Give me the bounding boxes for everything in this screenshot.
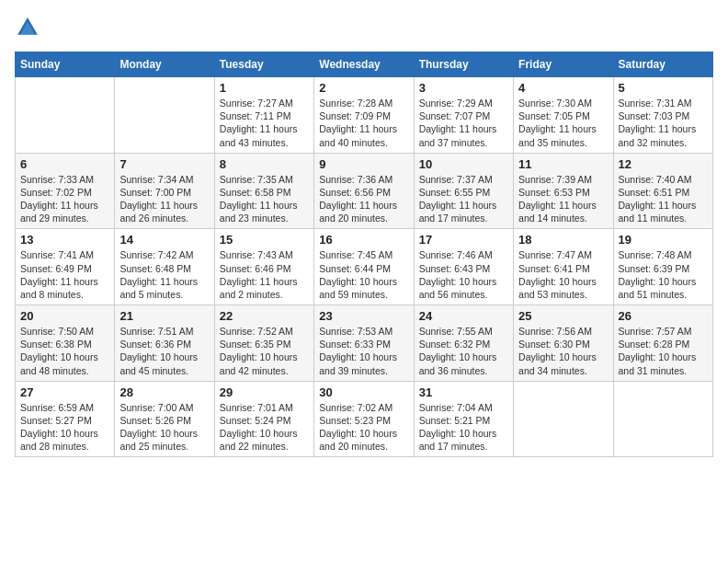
- day-number: 13: [20, 233, 109, 247]
- day-number: 27: [20, 385, 109, 399]
- day-number: 26: [619, 309, 708, 323]
- calendar-cell: 26Sunrise: 7:57 AMSunset: 6:28 PMDayligh…: [613, 305, 712, 382]
- day-info: Sunrise: 7:57 AMSunset: 6:28 PMDaylight:…: [619, 325, 708, 377]
- week-row-4: 20Sunrise: 7:50 AMSunset: 6:38 PMDayligh…: [16, 305, 713, 382]
- day-info: Sunrise: 6:59 AMSunset: 5:27 PMDaylight:…: [20, 401, 109, 454]
- day-number: 2: [319, 81, 408, 95]
- day-number: 21: [119, 309, 209, 323]
- calendar-cell: 5Sunrise: 7:31 AMSunset: 7:03 PMDaylight…: [613, 77, 712, 154]
- calendar-cell: 10Sunrise: 7:37 AMSunset: 6:55 PMDayligh…: [414, 153, 513, 229]
- calendar-cell: [115, 77, 214, 154]
- day-number: 3: [419, 81, 508, 95]
- day-number: 16: [319, 233, 408, 247]
- day-info: Sunrise: 7:46 AMSunset: 6:43 PMDaylight:…: [419, 248, 508, 301]
- calendar-cell: 7Sunrise: 7:34 AMSunset: 7:00 PMDaylight…: [115, 153, 214, 229]
- calendar-cell: 27Sunrise: 6:59 AMSunset: 5:27 PMDayligh…: [16, 381, 115, 457]
- day-number: 18: [518, 233, 608, 247]
- day-number: 29: [220, 385, 309, 399]
- day-number: 24: [419, 309, 508, 323]
- calendar-header-row: SundayMondayTuesdayWednesdayThursdayFrid…: [16, 52, 713, 77]
- day-info: Sunrise: 7:42 AMSunset: 6:48 PMDaylight:…: [119, 248, 209, 301]
- col-header-monday: Monday: [115, 52, 214, 77]
- day-number: 5: [619, 81, 708, 95]
- week-row-2: 6Sunrise: 7:33 AMSunset: 7:02 PMDaylight…: [16, 153, 713, 229]
- col-header-sunday: Sunday: [16, 52, 115, 77]
- page-header: [15, 15, 713, 40]
- col-header-wednesday: Wednesday: [314, 52, 414, 77]
- day-number: 31: [419, 385, 508, 399]
- calendar-cell: 1Sunrise: 7:27 AMSunset: 7:11 PMDaylight…: [214, 77, 313, 154]
- calendar-cell: 23Sunrise: 7:53 AMSunset: 6:33 PMDayligh…: [314, 305, 414, 382]
- day-info: Sunrise: 7:34 AMSunset: 7:00 PMDaylight:…: [119, 173, 209, 225]
- day-info: Sunrise: 7:28 AMSunset: 7:09 PMDaylight:…: [319, 97, 408, 149]
- day-info: Sunrise: 7:55 AMSunset: 6:32 PMDaylight:…: [419, 325, 508, 377]
- calendar-cell: 6Sunrise: 7:33 AMSunset: 7:02 PMDaylight…: [16, 153, 115, 229]
- day-info: Sunrise: 7:36 AMSunset: 6:56 PMDaylight:…: [319, 173, 408, 225]
- day-number: 15: [220, 233, 309, 247]
- day-number: 20: [20, 309, 109, 323]
- calendar-table: SundayMondayTuesdayWednesdayThursdayFrid…: [15, 52, 713, 457]
- day-info: Sunrise: 7:51 AMSunset: 6:36 PMDaylight:…: [119, 325, 209, 377]
- day-info: Sunrise: 7:31 AMSunset: 7:03 PMDaylight:…: [619, 97, 708, 149]
- day-number: 19: [619, 233, 708, 247]
- day-info: Sunrise: 7:30 AMSunset: 7:05 PMDaylight:…: [518, 97, 608, 149]
- logo-icon: [15, 15, 40, 40]
- col-header-saturday: Saturday: [613, 52, 712, 77]
- week-row-1: 1Sunrise: 7:27 AMSunset: 7:11 PMDaylight…: [16, 77, 713, 154]
- day-number: 10: [419, 157, 508, 171]
- calendar-cell: 22Sunrise: 7:52 AMSunset: 6:35 PMDayligh…: [214, 305, 313, 382]
- day-number: 30: [319, 385, 408, 399]
- calendar-cell: 31Sunrise: 7:04 AMSunset: 5:21 PMDayligh…: [414, 381, 513, 457]
- calendar-cell: 9Sunrise: 7:36 AMSunset: 6:56 PMDaylight…: [314, 153, 414, 229]
- logo: [15, 15, 44, 40]
- calendar-cell: 13Sunrise: 7:41 AMSunset: 6:49 PMDayligh…: [16, 229, 115, 305]
- calendar-cell: [16, 77, 115, 154]
- day-number: 8: [220, 157, 309, 171]
- day-info: Sunrise: 7:01 AMSunset: 5:24 PMDaylight:…: [220, 401, 309, 454]
- day-number: 14: [119, 233, 209, 247]
- day-number: 11: [518, 157, 608, 171]
- day-number: 4: [518, 81, 608, 95]
- calendar-cell: 12Sunrise: 7:40 AMSunset: 6:51 PMDayligh…: [613, 153, 712, 229]
- day-number: 7: [119, 157, 209, 171]
- calendar-cell: 18Sunrise: 7:47 AMSunset: 6:41 PMDayligh…: [514, 229, 613, 305]
- calendar-cell: 3Sunrise: 7:29 AMSunset: 7:07 PMDaylight…: [414, 77, 513, 154]
- calendar-cell: 17Sunrise: 7:46 AMSunset: 6:43 PMDayligh…: [414, 229, 513, 305]
- day-info: Sunrise: 7:53 AMSunset: 6:33 PMDaylight:…: [319, 325, 408, 377]
- calendar-cell: 14Sunrise: 7:42 AMSunset: 6:48 PMDayligh…: [115, 229, 214, 305]
- calendar-cell: 15Sunrise: 7:43 AMSunset: 6:46 PMDayligh…: [214, 229, 313, 305]
- col-header-friday: Friday: [514, 52, 613, 77]
- calendar-cell: 19Sunrise: 7:48 AMSunset: 6:39 PMDayligh…: [613, 229, 712, 305]
- day-info: Sunrise: 7:04 AMSunset: 5:21 PMDaylight:…: [419, 401, 508, 454]
- day-info: Sunrise: 7:45 AMSunset: 6:44 PMDaylight:…: [319, 248, 408, 301]
- week-row-5: 27Sunrise: 6:59 AMSunset: 5:27 PMDayligh…: [16, 381, 713, 457]
- day-info: Sunrise: 7:29 AMSunset: 7:07 PMDaylight:…: [419, 97, 508, 149]
- day-number: 1: [220, 81, 309, 95]
- day-info: Sunrise: 7:02 AMSunset: 5:23 PMDaylight:…: [319, 401, 408, 454]
- calendar-cell: 20Sunrise: 7:50 AMSunset: 6:38 PMDayligh…: [16, 305, 115, 382]
- calendar-cell: 24Sunrise: 7:55 AMSunset: 6:32 PMDayligh…: [414, 305, 513, 382]
- col-header-thursday: Thursday: [414, 52, 513, 77]
- day-number: 22: [220, 309, 309, 323]
- day-info: Sunrise: 7:37 AMSunset: 6:55 PMDaylight:…: [419, 173, 508, 225]
- col-header-tuesday: Tuesday: [214, 52, 313, 77]
- calendar-cell: [514, 381, 613, 457]
- day-info: Sunrise: 7:50 AMSunset: 6:38 PMDaylight:…: [20, 325, 109, 377]
- day-info: Sunrise: 7:33 AMSunset: 7:02 PMDaylight:…: [20, 173, 109, 225]
- day-info: Sunrise: 7:52 AMSunset: 6:35 PMDaylight:…: [220, 325, 309, 377]
- calendar-cell: 30Sunrise: 7:02 AMSunset: 5:23 PMDayligh…: [314, 381, 414, 457]
- day-number: 28: [119, 385, 209, 399]
- calendar-cell: 29Sunrise: 7:01 AMSunset: 5:24 PMDayligh…: [214, 381, 313, 457]
- day-number: 23: [319, 309, 408, 323]
- day-number: 17: [419, 233, 508, 247]
- day-number: 6: [20, 157, 109, 171]
- day-info: Sunrise: 7:48 AMSunset: 6:39 PMDaylight:…: [619, 248, 708, 301]
- day-info: Sunrise: 7:43 AMSunset: 6:46 PMDaylight:…: [220, 248, 309, 301]
- day-info: Sunrise: 7:39 AMSunset: 6:53 PMDaylight:…: [518, 173, 608, 225]
- calendar-cell: 25Sunrise: 7:56 AMSunset: 6:30 PMDayligh…: [514, 305, 613, 382]
- calendar-cell: [613, 381, 712, 457]
- day-number: 12: [619, 157, 708, 171]
- day-number: 25: [518, 309, 608, 323]
- day-info: Sunrise: 7:27 AMSunset: 7:11 PMDaylight:…: [220, 97, 309, 149]
- day-number: 9: [319, 157, 408, 171]
